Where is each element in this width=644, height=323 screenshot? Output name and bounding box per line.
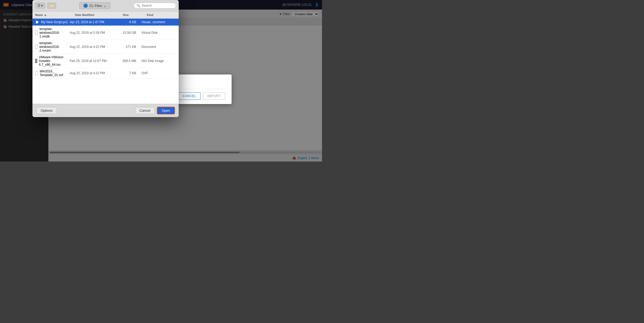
file-row-0[interactable]: My-New-Script.ps1 Apr 23, 2019 at 1:47 P… <box>32 19 179 26</box>
cell-date-1: Aug 22, 2019 at 5:39 PM <box>70 31 118 35</box>
file-row-4[interactable]: Win2016_ Template_01.ovf Aug 22, 2019 at… <box>32 68 179 78</box>
doc-icon <box>35 31 38 35</box>
col-header-kind[interactable]: Kind <box>144 13 179 17</box>
location-area: 🔵 CL Files ⌄ <box>58 2 131 9</box>
cell-date-3: Feb 25, 2019 at 12:07 PM <box>70 59 118 63</box>
search-box: 🔍 <box>133 3 176 9</box>
cell-kind-3: ISO Disk Image <box>141 59 176 63</box>
cell-name-2: template-windows2016-2.nvram <box>35 41 70 52</box>
doc-icon <box>35 45 38 49</box>
file-name-2: template-windows2016-2.nvram <box>39 41 70 52</box>
options-button[interactable]: Options <box>36 107 57 114</box>
file-name-0: My-New-Script.ps1 <box>41 20 68 24</box>
location-chevron: ⌄ <box>103 4 106 8</box>
search-input[interactable] <box>142 4 174 7</box>
ps1-icon <box>35 20 39 24</box>
cell-kind-4: OVF <box>141 71 176 75</box>
modal-backdrop: Content Library Houston Publisher CANCEL… <box>0 0 322 162</box>
file-name-1: template-windows2016-1.vmdk <box>39 27 70 38</box>
location-button[interactable]: 🔵 CL Files ⌄ <box>79 2 110 9</box>
location-folder-icon: 🔵 <box>83 3 88 8</box>
search-icon: 🔍 <box>136 4 140 7</box>
cell-name-4: Win2016_ Template_01.ovf <box>35 69 70 77</box>
cell-size-4: 7 KB <box>118 71 141 75</box>
lock-icon <box>35 59 37 63</box>
cell-name-0: My-New-Script.ps1 <box>35 20 70 24</box>
cell-kind-1: Virtual Disk <box>141 31 176 35</box>
cell-date-2: Aug 22, 2019 at 4:22 PM <box>70 45 118 49</box>
sort-icon: ▲ <box>44 13 47 16</box>
col-header-size[interactable]: Size <box>120 13 144 17</box>
file-picker-toolbar: ☰ ▾ 📁 🔵 CL Files ⌄ 🔍 <box>32 0 179 11</box>
file-row-2[interactable]: template-windows2016-2.nvram Aug 22, 201… <box>32 40 179 54</box>
import-cancel-button[interactable]: CANCEL <box>178 92 201 100</box>
cell-name-1: template-windows2016-1.vmdk <box>35 27 70 38</box>
menu-chevron: ▾ <box>41 4 43 7</box>
folder-button[interactable]: 📁 <box>47 3 56 9</box>
folder-icon: 📁 <box>50 4 54 7</box>
cell-kind-0: Visual...ocument <box>141 20 176 24</box>
cell-kind-2: Document <box>141 45 176 49</box>
file-row-1[interactable]: template-windows2016-1.vmdk Aug 22, 2019… <box>32 26 179 40</box>
location-label: CL Files <box>89 4 102 8</box>
cell-date-4: Aug 22, 2019 at 4:22 PM <box>70 71 118 75</box>
menu-icon: ☰ <box>37 4 40 7</box>
cell-size-2: 271 KB <box>118 45 141 49</box>
cell-name-3: VMware-VMvisor-Installer-6.7_x86_64.iso <box>35 55 70 67</box>
cell-date-0: Apr 23, 2019 at 1:47 PM <box>70 20 118 24</box>
fp-cancel-button[interactable]: Cancel <box>135 107 155 114</box>
fp-open-button[interactable]: Open <box>157 107 175 114</box>
col-header-date[interactable]: Date Modified <box>72 13 120 17</box>
menu-button[interactable]: ☰ ▾ <box>35 3 45 9</box>
file-picker-header: Name ▲ Date Modified Size Kind <box>32 11 179 19</box>
file-row-3[interactable]: VMware-VMvisor-Installer-6.7_x86_64.iso … <box>32 54 179 68</box>
cell-size-3: 358.5 MB <box>118 59 141 63</box>
file-name-4: Win2016_ Template_01.ovf <box>40 69 70 77</box>
doc-icon <box>35 71 38 75</box>
file-picker-dialog: ☰ ▾ 📁 🔵 CL Files ⌄ 🔍 Name ▲ <box>32 0 179 117</box>
cell-size-1: 15.58 GB <box>118 31 141 35</box>
import-button[interactable]: IMPORT <box>203 92 225 100</box>
cell-size-0: 6 KB <box>118 20 141 24</box>
file-list: My-New-Script.ps1 Apr 23, 2019 at 1:47 P… <box>32 19 179 104</box>
file-name-3: VMware-VMvisor-Installer-6.7_x86_64.iso <box>39 55 70 67</box>
col-header-name[interactable]: Name ▲ <box>32 13 72 17</box>
file-picker-footer: Options Cancel Open <box>32 104 179 117</box>
